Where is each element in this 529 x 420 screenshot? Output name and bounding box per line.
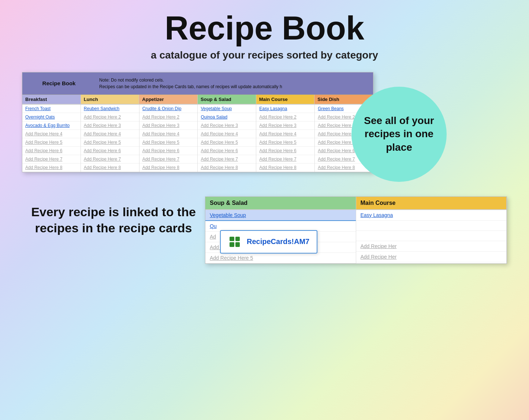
bottom-cell-add5-soup[interactable]: Add Recipe Here 5: [205, 253, 356, 263]
grid-cell-3: [230, 242, 234, 247]
grid-cell-1: [230, 237, 234, 241]
cell-r4-c0[interactable]: Add Recipe Here 5: [22, 138, 81, 147]
bottom-cell-main3[interactable]: [356, 231, 507, 241]
cell-r4-c3[interactable]: Add Recipe Here 5: [198, 138, 256, 147]
cell-r5-c4[interactable]: Add Recipe Here 6: [256, 147, 314, 155]
col-header-lunch: Lunch: [81, 95, 139, 104]
cell-r4-c4[interactable]: Add Recipe Here 5: [256, 138, 314, 147]
cell-r1-c2[interactable]: Add Recipe Here 2: [139, 113, 198, 121]
spreadsheet-body: French ToastOvernight OatsAvocado & Egg …: [22, 105, 373, 172]
header-section: Recipe Book a catalogue of your recipes …: [22, 11, 507, 61]
note-line2: Recipes can be updated in the Recipe Car…: [99, 83, 369, 90]
tooltip-popup: RecipeCards!AM7: [220, 230, 317, 254]
grid-cell-2: [235, 237, 240, 241]
bottom-cell-add4-main[interactable]: Add Recipe Her: [356, 241, 507, 252]
cell-r7-c4[interactable]: Add Recipe Here 8: [256, 164, 314, 172]
cell-r2-c0[interactable]: Avocado & Egg Burrito: [22, 121, 81, 130]
tooltip-text: RecipeCards!AM7: [247, 237, 309, 246]
spreadsheet-note: Note: Do not modify colored cels. Recipe…: [96, 75, 373, 91]
main-title: Recipe Book: [22, 11, 507, 46]
grid-cell-4: [235, 242, 240, 247]
spreadsheet-bottom: Soup & Salad Main Course Vegetable Soup …: [205, 196, 507, 264]
cell-r1-c1[interactable]: Add Recipe Here 2: [81, 113, 139, 121]
teal-circle: See all of your recipes in one place: [351, 87, 447, 182]
bottom-spreadsheet-body: Vegetable Soup Qu Ad Add Recipe Here 4 A…: [205, 210, 507, 263]
bottom-cell-veg-soup[interactable]: Vegetable Soup: [205, 210, 356, 221]
col-appetizer: Crudite & Onion DipAdd Recipe Here 2Add …: [139, 105, 198, 172]
cell-r6-c1[interactable]: Add Recipe Here 7: [81, 155, 139, 164]
cell-r5-c1[interactable]: Add Recipe Here 6: [81, 147, 139, 155]
cell-r0-c0[interactable]: French Toast: [22, 105, 81, 113]
cell-r3-c4[interactable]: Add Recipe Here 4: [256, 130, 314, 138]
bottom-left-paragraph: Every recipe is linked to the recipes in…: [22, 204, 205, 236]
cell-r2-c4[interactable]: Add Recipe Here 3: [256, 121, 314, 130]
spreadsheet-header-row: Recipe Book Note: Do not modify colored …: [22, 72, 373, 95]
cell-r7-c1[interactable]: Add Recipe Here 8: [81, 164, 139, 172]
note-line1: Note: Do not modify colored cels.: [99, 77, 369, 83]
cell-r5-c0[interactable]: Add Recipe Here 6: [22, 147, 81, 155]
bottom-cell-easy-lasagna[interactable]: Easy Lasagna: [356, 210, 507, 221]
bottom-column-headers: Soup & Salad Main Course: [205, 197, 507, 210]
col-soup-salad: Vegetable SoupQuinoa SaladAdd Recipe Her…: [198, 105, 256, 172]
column-headers: Breakfast Lunch Appetizer Soup & Salad M…: [22, 95, 373, 105]
teal-circle-text: See all of your recipes in one place: [351, 107, 447, 161]
col-header-appetizer: Appetizer: [139, 95, 198, 104]
col-header-soup-salad: Soup & Salad: [198, 95, 256, 104]
top-section: Recipe Book Note: Do not modify colored …: [22, 72, 507, 182]
bottom-col-main-course: Easy Lasagna Add Recipe Her Add Recipe H…: [356, 210, 507, 263]
cell-r0-c1[interactable]: Reuben Sandwich: [81, 105, 139, 113]
cell-r1-c0[interactable]: Overnight Oats: [22, 113, 81, 121]
col-main-course: Easy LasagnaAdd Recipe Here 2Add Recipe …: [256, 105, 315, 172]
subtitle: a catalogue of your recipes sorted by ca…: [22, 49, 507, 61]
grid-icon: [230, 237, 240, 247]
cell-r6-c2[interactable]: Add Recipe Here 7: [139, 155, 198, 164]
cell-r1-c4[interactable]: Add Recipe Here 2: [256, 113, 314, 121]
spreadsheet-top: Recipe Book Note: Do not modify colored …: [22, 72, 373, 172]
cell-r7-c3[interactable]: Add Recipe Here 8: [198, 164, 256, 172]
cell-r6-c0[interactable]: Add Recipe Here 7: [22, 155, 81, 164]
page-container: Recipe Book a catalogue of your recipes …: [0, 0, 529, 420]
cell-r2-c1[interactable]: Add Recipe Here 3: [81, 121, 139, 130]
cell-r5-c3[interactable]: Add Recipe Here 6: [198, 147, 256, 155]
tooltip-icon: [228, 235, 241, 248]
cell-r7-c2[interactable]: Add Recipe Here 8: [139, 164, 198, 172]
cell-r3-c3[interactable]: Add Recipe Here 4: [198, 130, 256, 138]
cell-r3-c0[interactable]: Add Recipe Here 4: [22, 130, 81, 138]
col-lunch: Reuben SandwichAdd Recipe Here 2Add Reci…: [81, 105, 139, 172]
cell-r6-c3[interactable]: Add Recipe Here 7: [198, 155, 256, 164]
spreadsheet-title: Recipe Book: [22, 79, 96, 88]
bottom-col-header-main-course: Main Course: [356, 197, 507, 209]
cell-r2-c2[interactable]: Add Recipe Here 3: [139, 121, 198, 130]
cell-r4-c2[interactable]: Add Recipe Here 5: [139, 138, 198, 147]
cell-r2-c3[interactable]: Add Recipe Here 3: [198, 121, 256, 130]
bottom-section: Every recipe is linked to the recipes in…: [22, 196, 507, 264]
col-header-main-course: Main Course: [256, 95, 315, 104]
col-breakfast: French ToastOvernight OatsAvocado & Egg …: [22, 105, 81, 172]
cell-r7-c0[interactable]: Add Recipe Here 8: [22, 164, 81, 172]
cell-r3-c1[interactable]: Add Recipe Here 4: [81, 130, 139, 138]
cell-r6-c4[interactable]: Add Recipe Here 7: [256, 155, 314, 164]
cell-r5-c2[interactable]: Add Recipe Here 6: [139, 147, 198, 155]
cell-r1-c3[interactable]: Quinoa Salad: [198, 113, 256, 121]
col-header-breakfast: Breakfast: [22, 95, 81, 104]
bottom-left-text: Every recipe is linked to the recipes in…: [22, 196, 205, 243]
cell-r0-c3[interactable]: Vegetable Soup: [198, 105, 256, 113]
bottom-cell-add5-main[interactable]: Add Recipe Her: [356, 252, 507, 262]
bottom-col-header-soup-salad: Soup & Salad: [205, 197, 356, 209]
bottom-cell-main2[interactable]: [356, 221, 507, 231]
cell-r0-c2[interactable]: Crudite & Onion Dip: [139, 105, 198, 113]
cell-r0-c4[interactable]: Easy Lasagna: [256, 105, 314, 113]
cell-r4-c1[interactable]: Add Recipe Here 5: [81, 138, 139, 147]
cell-r3-c2[interactable]: Add Recipe Here 4: [139, 130, 198, 138]
